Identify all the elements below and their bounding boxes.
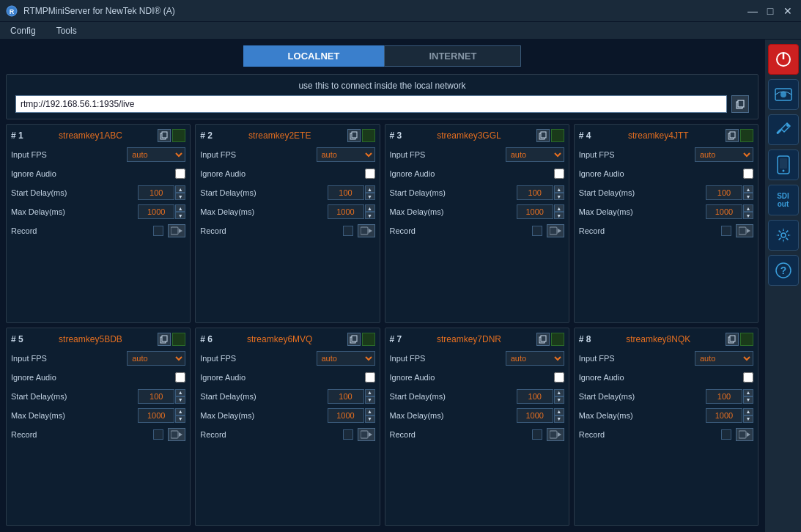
menu-config[interactable]: Config xyxy=(6,24,40,37)
ignore-audio-checkbox-8[interactable] xyxy=(743,372,753,383)
fps-select-5[interactable]: auto xyxy=(127,351,185,366)
toggle-btn-6[interactable] xyxy=(362,333,375,346)
fps-select-7[interactable]: auto xyxy=(506,351,564,366)
copy-key-btn-7[interactable] xyxy=(536,333,550,346)
max-delay-input-1[interactable] xyxy=(138,204,174,219)
fps-select-1[interactable]: auto xyxy=(127,147,185,162)
max-delay-input-8[interactable] xyxy=(706,408,742,423)
start-delay-down-2[interactable]: ▼ xyxy=(365,193,375,200)
toggle-btn-1[interactable] xyxy=(172,129,185,142)
start-delay-input-2[interactable] xyxy=(328,185,364,200)
mobile-button[interactable] xyxy=(768,149,799,180)
max-delay-up-3[interactable]: ▲ xyxy=(554,204,564,212)
start-delay-up-8[interactable]: ▲ xyxy=(743,389,753,396)
ignore-audio-checkbox-3[interactable] xyxy=(554,169,564,179)
start-delay-down-4[interactable]: ▼ xyxy=(743,193,753,200)
start-delay-up-5[interactable]: ▲ xyxy=(175,389,185,396)
tab-internet[interactable]: INTERNET xyxy=(384,45,521,67)
copy-key-btn-1[interactable] xyxy=(158,129,171,142)
toggle-btn-5[interactable] xyxy=(172,333,185,346)
url-input[interactable] xyxy=(15,95,727,113)
start-delay-up-4[interactable]: ▲ xyxy=(743,185,753,193)
start-delay-input-5[interactable] xyxy=(138,389,174,404)
start-delay-up-1[interactable]: ▲ xyxy=(175,185,185,193)
ignore-audio-checkbox-4[interactable] xyxy=(743,169,753,179)
start-delay-down-6[interactable]: ▼ xyxy=(365,396,375,404)
start-delay-up-2[interactable]: ▲ xyxy=(365,185,375,193)
toggle-btn-2[interactable] xyxy=(362,129,375,142)
start-delay-down-7[interactable]: ▼ xyxy=(554,396,564,404)
max-delay-up-1[interactable]: ▲ xyxy=(175,204,185,212)
tools-button[interactable] xyxy=(768,114,799,145)
max-delay-input-5[interactable] xyxy=(138,408,174,423)
max-delay-down-6[interactable]: ▼ xyxy=(365,415,375,423)
toggle-btn-4[interactable] xyxy=(740,129,753,142)
record-button-2[interactable] xyxy=(358,224,375,237)
start-delay-down-8[interactable]: ▼ xyxy=(743,396,753,404)
start-delay-down-3[interactable]: ▼ xyxy=(554,193,564,200)
ignore-audio-checkbox-2[interactable] xyxy=(365,169,375,179)
max-delay-input-7[interactable] xyxy=(517,408,553,423)
max-delay-down-1[interactable]: ▼ xyxy=(175,212,185,219)
copy-key-btn-6[interactable] xyxy=(347,333,361,346)
menu-tools[interactable]: Tools xyxy=(52,24,81,37)
max-delay-up-6[interactable]: ▲ xyxy=(365,408,375,415)
record-button-5[interactable] xyxy=(168,428,185,441)
max-delay-down-5[interactable]: ▼ xyxy=(175,415,185,423)
copy-url-button[interactable] xyxy=(731,95,749,113)
ndi-view-button[interactable] xyxy=(768,79,799,110)
record-button-8[interactable] xyxy=(736,428,753,441)
record-button-4[interactable] xyxy=(736,224,753,237)
max-delay-down-7[interactable]: ▼ xyxy=(554,415,564,423)
start-delay-up-6[interactable]: ▲ xyxy=(365,389,375,396)
close-button[interactable]: ✕ xyxy=(780,4,795,18)
fps-select-2[interactable]: auto xyxy=(317,147,375,162)
record-button-3[interactable] xyxy=(547,224,564,237)
start-delay-input-4[interactable] xyxy=(706,185,742,200)
max-delay-up-2[interactable]: ▲ xyxy=(365,204,375,212)
copy-key-btn-8[interactable] xyxy=(726,333,739,346)
max-delay-down-3[interactable]: ▼ xyxy=(554,212,564,219)
start-delay-up-7[interactable]: ▲ xyxy=(554,389,564,396)
max-delay-input-2[interactable] xyxy=(328,204,364,219)
max-delay-up-8[interactable]: ▲ xyxy=(743,408,753,415)
power-button[interactable] xyxy=(768,44,799,75)
record-button-7[interactable] xyxy=(547,428,564,441)
fps-select-4[interactable]: auto xyxy=(695,147,753,162)
start-delay-input-3[interactable] xyxy=(517,185,553,200)
copy-key-btn-4[interactable] xyxy=(726,129,739,142)
toggle-btn-8[interactable] xyxy=(740,333,753,346)
max-delay-down-2[interactable]: ▼ xyxy=(365,212,375,219)
start-delay-down-1[interactable]: ▼ xyxy=(175,193,185,200)
ignore-audio-checkbox-5[interactable] xyxy=(175,372,185,383)
copy-key-btn-2[interactable] xyxy=(347,129,361,142)
start-delay-input-8[interactable] xyxy=(706,389,742,404)
max-delay-down-4[interactable]: ▼ xyxy=(743,212,753,219)
sdi-out-button[interactable]: SDI out xyxy=(768,185,799,215)
start-delay-input-6[interactable] xyxy=(328,389,364,404)
fps-select-3[interactable]: auto xyxy=(506,147,564,162)
max-delay-up-5[interactable]: ▲ xyxy=(175,408,185,415)
record-button-1[interactable] xyxy=(168,224,185,237)
max-delay-input-3[interactable] xyxy=(517,204,553,219)
ignore-audio-checkbox-6[interactable] xyxy=(365,372,375,383)
copy-key-btn-3[interactable] xyxy=(536,129,550,142)
fps-select-6[interactable]: auto xyxy=(317,351,375,366)
minimize-button[interactable]: — xyxy=(745,4,760,18)
start-delay-input-1[interactable] xyxy=(138,185,174,200)
toggle-btn-7[interactable] xyxy=(551,333,564,346)
record-button-6[interactable] xyxy=(358,428,375,441)
fps-select-8[interactable]: auto xyxy=(695,351,753,366)
max-delay-input-4[interactable] xyxy=(706,204,742,219)
maximize-button[interactable]: □ xyxy=(763,4,778,18)
settings-button[interactable] xyxy=(768,220,799,251)
max-delay-up-4[interactable]: ▲ xyxy=(743,204,753,212)
toggle-btn-3[interactable] xyxy=(551,129,564,142)
max-delay-down-8[interactable]: ▼ xyxy=(743,415,753,423)
max-delay-up-7[interactable]: ▲ xyxy=(554,408,564,415)
start-delay-input-7[interactable] xyxy=(517,389,553,404)
tab-localnet[interactable]: LOCALNET xyxy=(243,45,385,67)
start-delay-up-3[interactable]: ▲ xyxy=(554,185,564,193)
help-button[interactable]: ? xyxy=(768,255,799,286)
start-delay-down-5[interactable]: ▼ xyxy=(175,396,185,404)
